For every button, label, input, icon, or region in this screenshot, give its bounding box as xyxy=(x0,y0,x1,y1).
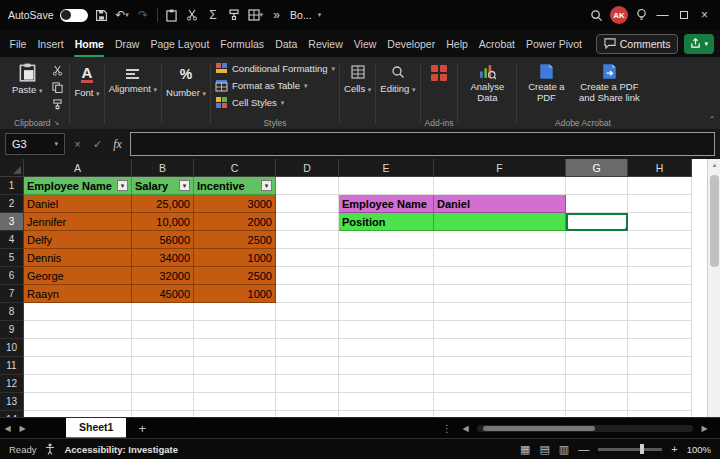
save-button[interactable] xyxy=(94,6,109,24)
col-header-D[interactable]: D xyxy=(276,159,339,177)
font-group-button[interactable]: A Font ▾ xyxy=(74,60,99,98)
conditional-formatting-button[interactable]: Conditional Formatting ▾ xyxy=(215,60,335,77)
cell-F2[interactable]: Daniel xyxy=(434,195,566,213)
sheet-bar-dots-icon[interactable]: ⋮ xyxy=(442,423,452,434)
cell-F12[interactable] xyxy=(434,375,566,393)
create-pdf-share-button[interactable]: Create a PDF and Share link xyxy=(574,60,644,107)
scroll-up-icon[interactable]: ▲ xyxy=(708,162,720,168)
vertical-scrollbar-thumb[interactable] xyxy=(710,175,719,267)
zoom-slider-thumb[interactable] xyxy=(640,444,644,454)
cell-B5[interactable]: 34000 xyxy=(132,249,194,267)
cell-C11[interactable] xyxy=(194,357,276,375)
filter-button-C1[interactable]: ▼ xyxy=(261,180,272,191)
format-as-table-button[interactable]: Format as Table ▾ xyxy=(215,77,307,94)
cell-F8[interactable] xyxy=(434,303,566,321)
cell-C12[interactable] xyxy=(194,375,276,393)
minimize-button[interactable]: — xyxy=(655,6,670,24)
cell-A12[interactable] xyxy=(24,375,132,393)
cell-A13[interactable] xyxy=(24,393,132,411)
cell-H11[interactable] xyxy=(628,357,692,375)
cell-B10[interactable] xyxy=(132,339,194,357)
cell-F10[interactable] xyxy=(434,339,566,357)
cell-G4[interactable] xyxy=(566,231,628,249)
horizontal-scrollbar[interactable]: ◀ ▶ xyxy=(452,418,720,439)
cell-G5[interactable] xyxy=(566,249,628,267)
page-break-view-button[interactable]: ▥ xyxy=(559,443,569,456)
addins-button[interactable] xyxy=(427,60,451,84)
cell-H2[interactable] xyxy=(628,195,692,213)
autosave-toggle[interactable] xyxy=(60,9,88,22)
analyse-data-button[interactable]: Analyse Data xyxy=(462,60,512,107)
cell-G6[interactable] xyxy=(566,267,628,285)
share-button[interactable]: ▾ xyxy=(684,34,714,54)
cell-H13[interactable] xyxy=(628,393,692,411)
tab-formulas[interactable]: Formulas xyxy=(215,30,270,57)
cell-E12[interactable] xyxy=(339,375,434,393)
tab-home[interactable]: Home xyxy=(69,30,109,57)
row-header-14[interactable]: 14 xyxy=(0,411,24,417)
cell-C9[interactable] xyxy=(194,321,276,339)
col-header-H[interactable]: H xyxy=(628,159,692,177)
cell-A10[interactable] xyxy=(24,339,132,357)
fill-handle[interactable] xyxy=(624,227,628,231)
cell-E9[interactable] xyxy=(339,321,434,339)
cell-A5[interactable]: Dennis xyxy=(24,249,132,267)
cell-D2[interactable] xyxy=(276,195,339,213)
cell-C7[interactable]: 1000 xyxy=(194,285,276,303)
name-box[interactable]: G3 ▾ xyxy=(5,133,65,155)
cell-D9[interactable] xyxy=(276,321,339,339)
zoom-level[interactable]: 100% xyxy=(687,444,711,455)
tab-page-layout[interactable]: Page Layout xyxy=(145,30,215,57)
cell-G1[interactable] xyxy=(566,177,628,195)
cell-F11[interactable] xyxy=(434,357,566,375)
cell-B12[interactable] xyxy=(132,375,194,393)
cell-B3[interactable]: 10,000 xyxy=(132,213,194,231)
cell-A11[interactable] xyxy=(24,357,132,375)
cell-B2[interactable]: 25,000 xyxy=(132,195,194,213)
copy-button[interactable] xyxy=(49,80,65,95)
cell-E3[interactable]: Position xyxy=(339,213,434,231)
cell-E2[interactable]: Employee Name xyxy=(339,195,434,213)
cell-A6[interactable]: George xyxy=(24,267,132,285)
insert-function-button[interactable]: fx xyxy=(110,137,125,152)
cell-H9[interactable] xyxy=(628,321,692,339)
sheet-nav-left-button[interactable]: ◀ xyxy=(0,424,15,433)
tab-draw[interactable]: Draw xyxy=(109,30,145,57)
tab-developer[interactable]: Developer xyxy=(382,30,441,57)
select-all-corner[interactable] xyxy=(0,159,24,177)
borders-button[interactable]: ▾ xyxy=(248,6,264,24)
workbook-name[interactable]: Bo... xyxy=(290,9,312,21)
hscroll-left-icon[interactable]: ◀ xyxy=(458,424,473,433)
cell-styles-button[interactable]: Cell Styles ▾ xyxy=(215,94,284,111)
cell-C4[interactable]: 2500 xyxy=(194,231,276,249)
cell-H5[interactable] xyxy=(628,249,692,267)
tab-data[interactable]: Data xyxy=(270,30,303,57)
comments-button[interactable]: Comments xyxy=(596,34,679,54)
cell-D3[interactable] xyxy=(276,213,339,231)
cell-H4[interactable] xyxy=(628,231,692,249)
cell-A7[interactable]: Raayn xyxy=(24,285,132,303)
cell-D4[interactable] xyxy=(276,231,339,249)
cell-G7[interactable] xyxy=(566,285,628,303)
cell-C13[interactable] xyxy=(194,393,276,411)
cell-C8[interactable] xyxy=(194,303,276,321)
sheet-nav-right-button[interactable]: ▶ xyxy=(15,424,30,433)
cell-D1[interactable] xyxy=(276,177,339,195)
editing-group-button[interactable]: Editing ▾ xyxy=(380,60,415,94)
row-header-12[interactable]: 12 xyxy=(0,375,24,393)
cell-C5[interactable]: 1000 xyxy=(194,249,276,267)
cell-E11[interactable] xyxy=(339,357,434,375)
paste-qat-button[interactable] xyxy=(164,6,179,24)
cell-B11[interactable] xyxy=(132,357,194,375)
cell-F13[interactable] xyxy=(434,393,566,411)
col-header-F[interactable]: F xyxy=(434,159,566,177)
collapse-ribbon-button[interactable]: ˆ xyxy=(710,115,714,127)
create-pdf-button[interactable]: Create a PDF xyxy=(521,60,571,107)
cell-C10[interactable] xyxy=(194,339,276,357)
cell-H6[interactable] xyxy=(628,267,692,285)
cell-G2[interactable] xyxy=(566,195,628,213)
cell-E7[interactable] xyxy=(339,285,434,303)
cell-D7[interactable] xyxy=(276,285,339,303)
cell-F6[interactable] xyxy=(434,267,566,285)
cell-H3[interactable] xyxy=(628,213,692,231)
